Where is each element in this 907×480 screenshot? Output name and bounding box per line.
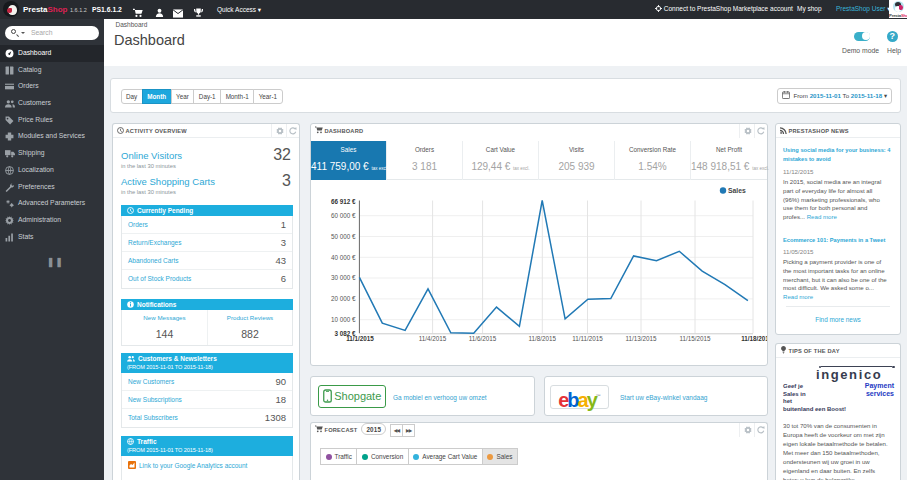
svg-text:50 000 €: 50 000 €	[331, 233, 356, 240]
svg-text:10 000 €: 10 000 €	[331, 316, 356, 323]
svg-text:60 000 €: 60 000 €	[331, 212, 356, 219]
svg-text:Sales: Sales	[728, 187, 746, 194]
svg-text:11/11/2015: 11/11/2015	[572, 335, 603, 342]
svg-text:11/6/2015: 11/6/2015	[469, 335, 497, 342]
svg-text:11/13/2015: 11/13/2015	[625, 335, 657, 342]
svg-text:30 000 €: 30 000 €	[331, 274, 356, 281]
svg-text:66 912 €: 66 912 €	[331, 198, 356, 205]
svg-text:11/8/2015: 11/8/2015	[529, 335, 557, 342]
svg-text:40 000 €: 40 000 €	[331, 254, 356, 261]
svg-text:11/18/201: 11/18/201	[741, 335, 767, 342]
svg-text:11/1/2015: 11/1/2015	[346, 335, 374, 342]
svg-text:20 000 €: 20 000 €	[331, 295, 356, 302]
svg-text:11/15/2015: 11/15/2015	[679, 335, 711, 342]
svg-text:11/4/2015: 11/4/2015	[419, 335, 447, 342]
